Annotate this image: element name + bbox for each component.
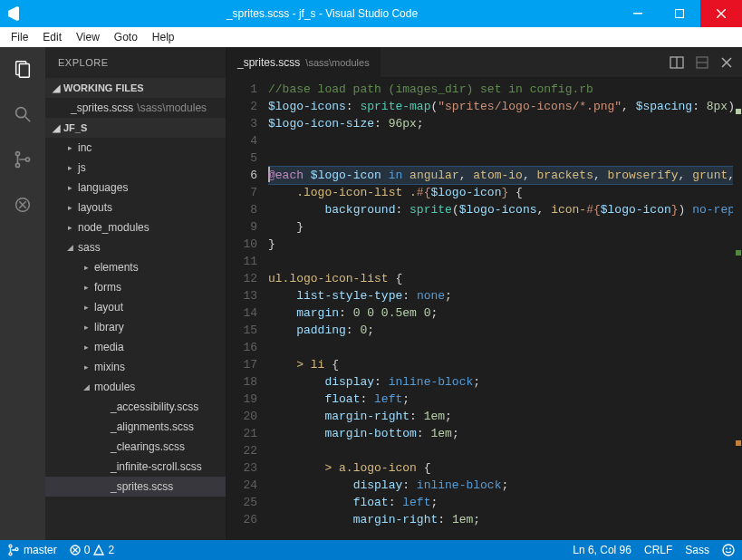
overview-ruler[interactable] [733, 78, 742, 540]
svg-rect-3 [19, 64, 29, 78]
svg-point-18 [723, 545, 734, 555]
tree-item[interactable]: ▸forms [45, 277, 226, 297]
activity-bar [0, 47, 45, 540]
project-header[interactable]: ◢ JF_S [45, 118, 226, 138]
svg-point-14 [9, 545, 12, 547]
tree-item[interactable]: ▸node_modules [45, 217, 226, 237]
cursor-position[interactable]: Ln 6, Col 96 [573, 544, 631, 556]
language-mode[interactable]: Sass [685, 544, 709, 556]
svg-rect-1 [676, 10, 684, 18]
sidebar-title: EXPLORE [45, 47, 226, 78]
svg-point-4 [16, 108, 26, 118]
title-bar: _sprites.scss - jf_s - Visual Studio Cod… [0, 0, 742, 27]
working-files-list: _sprites.scss\sass\modules [45, 98, 226, 118]
tree-item[interactable]: ▸mixins [45, 357, 226, 377]
tree-item[interactable]: ▸languages [45, 178, 226, 198]
tree-item[interactable]: _sprites.scss [45, 477, 226, 497]
close-editor-icon[interactable] [720, 56, 733, 69]
tree-item[interactable]: ▸js [45, 158, 226, 178]
app-icon [0, 6, 27, 21]
menu-edit[interactable]: Edit [35, 29, 69, 45]
eol-indicator[interactable]: CRLF [644, 544, 672, 556]
tab-path: \sass\modules [305, 57, 369, 68]
code-content[interactable]: //base load path (images_dir) set in con… [268, 78, 742, 540]
svg-point-19 [726, 548, 728, 550]
svg-line-5 [25, 117, 31, 122]
svg-point-7 [15, 163, 19, 167]
source-control-icon[interactable] [1, 145, 44, 174]
code-editor[interactable]: 1234567891011121314151617181920212223242… [226, 78, 742, 540]
problems-indicator[interactable]: 0 2 [70, 544, 114, 556]
tree-item[interactable]: ▸layout [45, 297, 226, 317]
minimize-button[interactable] [617, 0, 659, 27]
error-count: 0 [84, 544, 91, 556]
tab-label: _sprites.scss [237, 56, 300, 69]
git-branch[interactable]: master [7, 544, 57, 556]
menu-bar: File Edit View Goto Help [0, 27, 742, 47]
close-button[interactable] [700, 0, 742, 27]
more-actions-icon[interactable] [695, 55, 709, 70]
explorer-icon[interactable] [1, 54, 44, 83]
file-tree: ▸inc▸js▸languages▸layouts▸node_modules◢s… [45, 138, 226, 540]
tree-item[interactable]: _alignments.scss [45, 417, 226, 437]
menu-goto[interactable]: Goto [107, 29, 145, 45]
menu-file[interactable]: File [4, 29, 35, 45]
working-files-label: WORKING FILES [63, 82, 144, 93]
tree-item[interactable]: ▸elements [45, 257, 226, 277]
chevron-down-icon: ◢ [51, 122, 62, 134]
status-bar: master 0 2 Ln 6, Col 96 CRLF Sass [0, 540, 742, 560]
svg-point-20 [729, 548, 731, 550]
working-files-header[interactable]: ◢ WORKING FILES [45, 78, 226, 98]
tree-item[interactable]: _clearings.scss [45, 437, 226, 457]
explorer-sidebar: EXPLORE ◢ WORKING FILES _sprites.scss\sa… [45, 47, 226, 540]
feedback-icon[interactable] [722, 544, 735, 556]
tree-item[interactable]: ◢modules [45, 377, 226, 397]
tree-item[interactable]: ▸inc [45, 138, 226, 158]
warning-count: 2 [108, 544, 114, 556]
tree-item[interactable]: ▸library [45, 317, 226, 337]
menu-view[interactable]: View [69, 29, 107, 45]
split-editor-icon[interactable] [670, 55, 684, 70]
editor-area: _sprites.scss \sass\modules 123456789101… [226, 47, 742, 540]
window-title: _sprites.scss - jf_s - Visual Studio Cod… [27, 7, 617, 20]
tree-item[interactable]: ▸layouts [45, 198, 226, 217]
editor-tab[interactable]: _sprites.scss \sass\modules [226, 47, 381, 78]
tree-item[interactable]: ▸media [45, 337, 226, 357]
tree-item[interactable]: ◢sass [45, 237, 226, 257]
svg-rect-0 [633, 13, 642, 14]
maximize-button[interactable] [659, 0, 700, 27]
working-file-item[interactable]: _sprites.scss\sass\modules [45, 98, 226, 118]
branch-name: master [24, 544, 57, 556]
menu-help[interactable]: Help [145, 29, 182, 45]
svg-point-15 [9, 553, 12, 555]
chevron-down-icon: ◢ [51, 82, 62, 94]
svg-point-16 [15, 548, 18, 551]
tree-item[interactable]: _accessibility.scss [45, 397, 226, 417]
search-icon[interactable] [1, 100, 44, 129]
tree-item[interactable]: _infinite-scroll.scss [45, 457, 226, 477]
debug-icon[interactable] [1, 190, 44, 219]
project-label: JF_S [63, 122, 87, 133]
editor-tabs: _sprites.scss \sass\modules [226, 47, 742, 78]
svg-point-6 [15, 152, 19, 156]
svg-point-8 [25, 158, 29, 161]
line-number-gutter: 1234567891011121314151617181920212223242… [226, 78, 268, 540]
